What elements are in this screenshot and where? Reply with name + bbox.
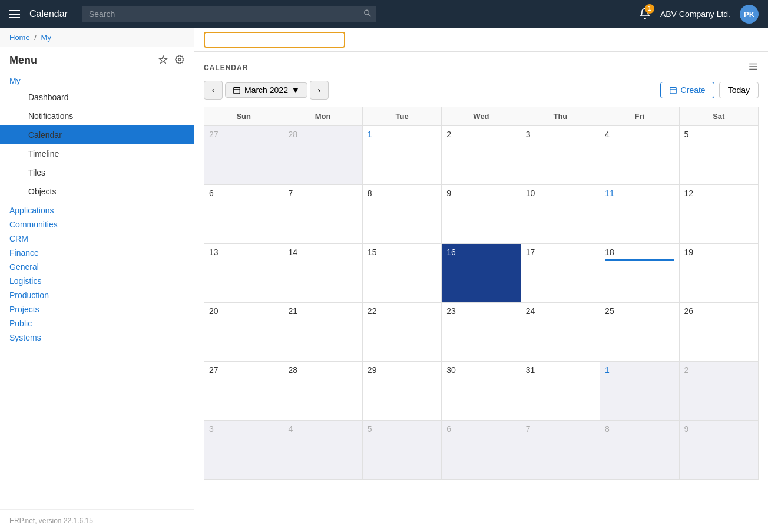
calendar-day-cell[interactable]: 24 [521, 303, 600, 362]
calendar-day-cell[interactable]: 1 [600, 362, 679, 421]
sidebar-item-production[interactable]: Production [0, 288, 194, 302]
day-number: 16 [446, 247, 456, 257]
pin-icon[interactable] [158, 55, 168, 67]
search-input[interactable] [82, 6, 376, 22]
calendar-day-cell[interactable]: 1 [362, 126, 441, 185]
col-sat: Sat [679, 107, 758, 126]
calendar-week-row: 272812345 [204, 126, 759, 185]
content-search-input[interactable] [204, 32, 345, 48]
calendar-day-cell[interactable]: 6 [204, 185, 283, 244]
notification-bell[interactable]: 1 [639, 8, 651, 21]
calendar-day-cell[interactable]: 22 [362, 303, 441, 362]
sidebar-item-communities[interactable]: Communities [0, 217, 194, 232]
calendar-day-cell[interactable]: 3 [204, 421, 283, 480]
sidebar-footer: ERP.net, version 22.1.6.15 [0, 509, 194, 532]
menu-icon[interactable] [9, 10, 20, 18]
breadcrumb-home[interactable]: Home [9, 33, 30, 42]
breadcrumb-current[interactable]: My [41, 33, 51, 42]
sidebar-item-objects[interactable]: Objects [0, 182, 194, 201]
sidebar-item-public[interactable]: Public [0, 316, 194, 331]
day-number: 1 [368, 130, 372, 139]
calendar-day-cell[interactable]: 6 [442, 421, 521, 480]
calendar-day-cell[interactable]: 11 [600, 185, 679, 244]
calendar-day-cell[interactable]: 29 [362, 362, 441, 421]
calendar-day-cell[interactable]: 27 [204, 362, 283, 421]
sidebar-item-calendar[interactable]: Calendar [0, 125, 194, 144]
calendar-day-cell[interactable]: 13 [204, 244, 283, 303]
day-number: 5 [684, 130, 689, 139]
sidebar-item-logistics[interactable]: Logistics [0, 274, 194, 288]
calendar-day-cell[interactable]: 4 [600, 126, 679, 185]
day-number: 23 [446, 306, 456, 316]
calendar-menu-icon[interactable] [748, 61, 759, 74]
calendar-day-cell[interactable]: 12 [679, 185, 758, 244]
sidebar-item-tiles[interactable]: Tiles [0, 163, 194, 182]
calendar-day-cell[interactable]: 31 [521, 362, 600, 421]
calendar-week-row: 272829303112 [204, 362, 759, 421]
current-month-label: March 2022 [244, 85, 288, 95]
calendar-week-row: 13141516171819 [204, 244, 759, 303]
day-number: 22 [368, 306, 377, 316]
sidebar-item-dashboard[interactable]: Dashboard [0, 88, 194, 107]
sidebar-icons [158, 55, 184, 67]
sidebar-item-systems[interactable]: Systems [0, 331, 194, 345]
calendar-day-cell[interactable]: 5 [679, 126, 758, 185]
sidebar-item-crm[interactable]: CRM [0, 232, 194, 246]
calendar-day-cell[interactable]: 10 [521, 185, 600, 244]
day-number: 28 [288, 130, 297, 139]
day-number: 3 [526, 130, 531, 139]
calendar-day-cell[interactable]: 18 [600, 244, 679, 303]
settings-icon[interactable] [175, 55, 184, 67]
calendar-day-cell[interactable]: 28 [283, 126, 362, 185]
day-number: 10 [526, 189, 535, 198]
calendar-day-cell[interactable]: 7 [521, 421, 600, 480]
calendar-actions: Create Today [660, 82, 759, 98]
sidebar: Home / My Menu My Dashboard Notification… [0, 28, 194, 532]
next-month-button[interactable]: › [310, 81, 329, 100]
calendar-day-cell[interactable]: 28 [283, 362, 362, 421]
sidebar-item-general[interactable]: General [0, 260, 194, 274]
svg-point-0 [365, 10, 369, 15]
day-number: 1 [605, 365, 610, 375]
calendar-day-cell[interactable]: 5 [362, 421, 441, 480]
day-number: 6 [209, 189, 214, 198]
sidebar-item-notifications[interactable]: Notifications [0, 107, 194, 125]
day-number: 7 [288, 189, 293, 198]
calendar-day-cell[interactable]: 15 [362, 244, 441, 303]
calendar-day-cell[interactable]: 4 [283, 421, 362, 480]
calendar-day-cell[interactable]: 7 [283, 185, 362, 244]
sidebar-item-timeline[interactable]: Timeline [0, 144, 194, 163]
company-name: ABV Company Ltd. [660, 9, 730, 19]
calendar-day-cell[interactable]: 9 [679, 421, 758, 480]
create-button[interactable]: Create [660, 82, 714, 98]
sidebar-item-applications[interactable]: Applications [0, 203, 194, 217]
sidebar-item-projects[interactable]: Projects [0, 302, 194, 316]
calendar-header-row: CALENDAR [204, 61, 759, 74]
breadcrumb: Home / My [0, 28, 194, 47]
calendar-day-cell[interactable]: 23 [442, 303, 521, 362]
calendar-day-cell[interactable]: 8 [600, 421, 679, 480]
calendar-day-cell[interactable]: 20 [204, 303, 283, 362]
calendar-day-cell[interactable]: 27 [204, 126, 283, 185]
today-button[interactable]: Today [719, 82, 759, 98]
calendar-day-cell[interactable]: 21 [283, 303, 362, 362]
prev-month-button[interactable]: ‹ [204, 81, 223, 100]
calendar-day-cell[interactable]: 30 [442, 362, 521, 421]
calendar-day-cell[interactable]: 25 [600, 303, 679, 362]
sidebar-section-my: My Dashboard Notifications Calendar Time… [0, 71, 194, 203]
avatar[interactable]: PK [740, 5, 759, 24]
svg-line-1 [368, 14, 370, 16]
calendar-day-cell[interactable]: 17 [521, 244, 600, 303]
month-select-button[interactable]: March 2022 ▼ [225, 82, 307, 98]
sidebar-item-finance[interactable]: Finance [0, 246, 194, 260]
calendar-day-cell[interactable]: 2 [679, 362, 758, 421]
sidebar-item-my[interactable]: My [0, 74, 194, 88]
calendar-day-cell[interactable]: 3 [521, 126, 600, 185]
calendar-day-cell[interactable]: 26 [679, 303, 758, 362]
calendar-day-cell[interactable]: 19 [679, 244, 758, 303]
calendar-day-cell[interactable]: 16 [442, 244, 521, 303]
calendar-day-cell[interactable]: 2 [442, 126, 521, 185]
calendar-day-cell[interactable]: 9 [442, 185, 521, 244]
calendar-day-cell[interactable]: 14 [283, 244, 362, 303]
calendar-day-cell[interactable]: 8 [362, 185, 441, 244]
